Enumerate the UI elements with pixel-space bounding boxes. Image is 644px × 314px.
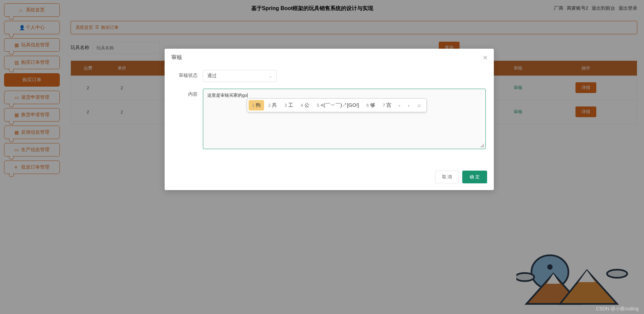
ime-prev-icon[interactable]: ‹ [395,101,404,110]
watermark: CSDN @小蔡coding [596,306,639,312]
ime-emoji-icon[interactable]: ☺ [414,101,425,110]
close-icon[interactable]: ✕ [483,54,488,61]
ime-candidate[interactable]: 1狗 [249,100,264,110]
ime-candidates[interactable]: 1狗 2共 3工 4公 5<(￣︶￣)↗[GO!] 6够 7宫 ‹ › ☺ [247,98,427,112]
dialog-title: 审核 [171,54,182,60]
status-label: 审核状态 [173,70,203,79]
content-textarea[interactable]: 这里是审核买家的go 1狗 2共 3工 4公 5<(￣︶￣)↗[GO!] 6够 … [203,89,486,149]
content-label: 内容 [173,89,203,97]
ime-candidate[interactable]: 3工 [281,100,296,110]
ime-candidate[interactable]: 4公 [297,100,313,110]
status-select[interactable]: 通过 ⌄ [203,70,277,82]
text-cursor [247,93,248,98]
resize-handle-icon[interactable] [480,143,484,147]
confirm-button[interactable]: 确 定 [462,171,487,183]
ime-next-icon[interactable]: › [404,101,413,110]
ime-candidate[interactable]: 2共 [265,100,280,110]
ime-candidate[interactable]: 5<(￣︶￣)↗[GO!] [313,100,362,110]
chevron-down-icon: ⌄ [268,73,272,79]
ime-candidate[interactable]: 6够 [363,100,379,110]
audit-dialog: 审核 ✕ 审核状态 通过 ⌄ 内容 这里是审核买家的go 1狗 2共 3工 4公… [165,49,494,190]
cancel-button[interactable]: 取 消 [435,171,459,183]
ime-candidate[interactable]: 7宫 [379,100,395,110]
